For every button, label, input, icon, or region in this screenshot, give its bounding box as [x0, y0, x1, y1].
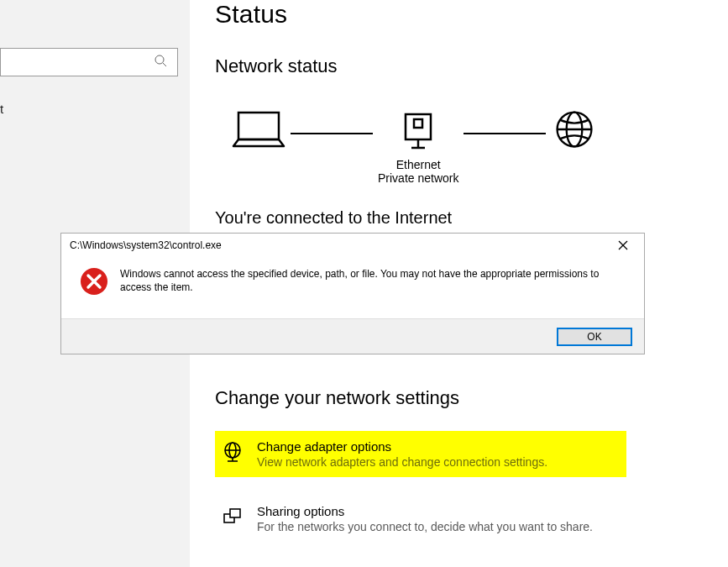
svg-rect-4	[414, 119, 422, 128]
close-button[interactable]	[610, 237, 636, 254]
network-diagram: - - Ethernet Private network -	[215, 108, 728, 185]
svg-rect-16	[230, 509, 240, 517]
svg-point-0	[155, 55, 164, 64]
sharing-icon	[222, 504, 245, 533]
setting-title: Change adapter options	[257, 439, 547, 454]
adapter-name: Ethernet	[396, 158, 441, 171]
search-icon	[154, 54, 167, 71]
sharing-options[interactable]: Sharing options For the networks you con…	[215, 496, 626, 542]
dialog-message: Windows cannot access the specified devi…	[120, 267, 629, 318]
error-dialog: C:\Windows\system32\control.exe Windows …	[60, 233, 645, 354]
globe-small-icon	[222, 439, 245, 469]
setting-title: Sharing options	[257, 504, 593, 518]
setting-subtitle: For the networks you connect to, decide …	[257, 520, 593, 533]
svg-line-1	[163, 63, 166, 66]
search-input[interactable]	[0, 48, 178, 76]
close-icon	[618, 240, 628, 250]
globe-icon: - -	[551, 108, 598, 185]
dialog-title: C:\Windows\system32\control.exe	[70, 239, 610, 251]
ok-button[interactable]: OK	[557, 328, 632, 346]
adapter-kind: Private network	[378, 171, 458, 185]
page-title: Status	[215, 0, 728, 29]
change-adapter-options[interactable]: Change adapter options View network adap…	[215, 431, 626, 477]
change-settings-heading: Change your network settings	[215, 387, 728, 409]
network-status-heading: Network status	[215, 55, 728, 77]
setting-subtitle: View network adapters and change connect…	[257, 455, 547, 469]
connected-status: You're connected to the Internet	[215, 208, 728, 228]
router-icon: Ethernet Private network	[378, 108, 458, 185]
pc-icon: - -	[232, 108, 285, 185]
svg-rect-2	[238, 113, 279, 139]
error-icon	[80, 267, 108, 318]
sidebar-item-fragment: t	[0, 102, 3, 116]
